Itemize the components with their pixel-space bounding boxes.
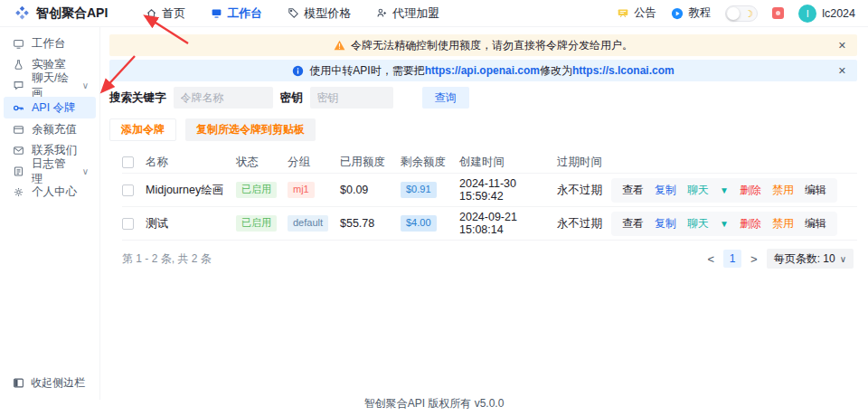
col-header-remaining: 剩余额度 [401,155,459,170]
search-button[interactable]: 查询 [422,87,469,109]
col-header-group: 分组 [288,155,340,170]
row-checkbox[interactable] [122,184,134,196]
info-banner: 使用中转API时，需要把https://api.openai.com修改为htt… [109,60,857,81]
brand-logo[interactable]: 智创聚合API [14,5,108,22]
nav-label-home: 首页 [162,5,185,22]
tutorial-button[interactable]: 教程 [671,5,711,21]
agent-icon [376,7,388,19]
sidebar-item-logs[interactable]: 日志管理 ∨ [4,162,96,181]
page-body: 工作台 实验室 聊天/绘画 ∨ API 令牌 余额充值 [0,27,868,400]
chat-dropdown-caret-icon[interactable]: ▼ [720,219,729,229]
tutorial-label: 教程 [688,5,711,21]
main-content: 令牌无法精确控制使用额度，请勿直接将令牌分发给用户。 ✕ 使用中转API时，需要… [100,27,868,400]
info-icon [292,65,304,77]
select-all-checkbox[interactable] [122,156,134,168]
sidebar-item-api-tokens[interactable]: API 令牌 [4,97,96,118]
sidebar-label: 工作台 [32,36,66,52]
keyword-input[interactable] [174,87,273,109]
info-text-middle: 修改为 [540,64,572,77]
wallet-icon [13,124,24,136]
remaining-badge: $4.00 [401,215,459,231]
close-icon[interactable]: ✕ [838,60,846,81]
info-text: 使用中转API时，需要把https://api.openai.com修改为htt… [309,63,674,79]
col-header-used: 已用额度 [340,155,401,170]
row-checkbox[interactable] [122,218,134,230]
chat-button[interactable]: 聊天 [687,216,709,232]
sidebar: 工作台 实验室 聊天/绘画 ∨ API 令牌 余额充值 [0,27,100,400]
nav-item-pricing[interactable]: 模型价格 [288,5,351,22]
user-menu[interactable]: l lc2024 [798,5,855,23]
toolbar: 添加令牌 复制所选令牌到剪贴板 [109,118,857,141]
tokens-table: 名称 状态 分组 已用额度 剩余额度 创建时间 过期时间 Midjourney绘… [109,152,857,241]
chat-button[interactable]: 聊天 [687,183,709,198]
footer-copyright: 智创聚合API 版权所有 v5.0.0 [0,396,868,411]
col-header-created: 创建时间 [459,155,557,170]
group-tag: mj1 [288,182,315,197]
red-packet-icon[interactable] [772,7,784,19]
info-text-prefix: 使用中转API时，需要把 [309,64,424,77]
table-row: 测试 已启用 default $55.78 $4.00 2024-09-21 1… [122,207,857,241]
copy-selected-tokens-button[interactable]: 复制所选令牌到剪贴板 [185,118,316,141]
next-page-button[interactable]: > [749,252,760,266]
close-icon[interactable]: ✕ [838,34,846,56]
created-time: 2024-11-30 15:59:42 [459,177,557,203]
page-number-button[interactable]: 1 [723,250,741,268]
filter-bar: 搜索关键字 密钥 查询 [109,87,857,109]
nav-label-agent: 代理加盟 [392,5,439,22]
delete-button[interactable]: 删除 [740,216,761,232]
announcement-icon [617,7,629,19]
edit-button[interactable]: 编辑 [805,183,826,198]
view-button[interactable]: 查看 [622,183,644,198]
sidebar-item-profile[interactable]: 个人中心 [4,183,96,202]
nav-item-home[interactable]: 首页 [146,5,185,22]
disable-button[interactable]: 禁用 [772,216,794,232]
delete-button[interactable]: 删除 [740,183,761,198]
nav-item-workbench[interactable]: 工作台 [211,5,262,22]
announcement-label: 公告 [634,5,656,21]
chat-dropdown-caret-icon[interactable]: ▼ [720,185,729,195]
add-token-button[interactable]: 添加令牌 [109,118,176,141]
top-header: 智创聚合API 首页 工作台 模型价格 代理加盟 [0,0,868,27]
edit-button[interactable]: 编辑 [805,216,826,232]
workbench-icon [211,7,222,19]
relay-url-link[interactable]: https://s.lconai.com [572,64,675,77]
collapse-icon [13,377,24,389]
sidebar-label: 个人中心 [32,184,77,200]
secret-input[interactable] [310,87,393,109]
pagination-summary: 第 1 - 2 条, 共 2 条 [122,251,212,267]
disable-button[interactable]: 禁用 [772,183,794,198]
sidebar-item-workbench[interactable]: 工作台 [4,34,96,53]
collapse-label: 收起侧边栏 [31,375,85,391]
avatar: l [798,5,816,23]
pagination-controls: < 1 > 每页条数: 10 ∨ [705,249,854,269]
theme-toggle[interactable]: ☽ [725,5,758,22]
prev-page-button[interactable]: < [705,252,716,266]
sidebar-item-chat-draw[interactable]: 聊天/绘画 ∨ [4,76,96,95]
mail-icon [13,145,24,156]
group-tag: default [288,215,328,231]
tag-icon [288,7,299,19]
page-size-select[interactable]: 每页条数: 10 ∨ [767,249,854,269]
group-badge: mj1 [288,182,340,197]
sidebar-item-recharge[interactable]: 余额充值 [4,120,96,139]
chat-icon [13,80,24,91]
brand-name: 智创聚合API [36,5,108,22]
copy-button[interactable]: 复制 [655,216,676,232]
top-nav: 首页 工作台 模型价格 代理加盟 [146,5,439,22]
header-utilities: 公告 教程 ☽ l lc2024 [617,5,855,23]
copy-button[interactable]: 复制 [655,183,676,198]
sidebar-label: 余额充值 [32,122,77,137]
monitor-icon [13,38,24,50]
flask-icon [13,59,24,71]
openai-url-link[interactable]: https://api.openai.com [425,64,540,77]
chevron-down-icon: ∨ [82,166,89,176]
toggle-knob [727,7,740,20]
view-button[interactable]: 查看 [622,216,644,232]
moon-icon: ☽ [744,7,753,20]
row-actions-cell: 查看 复制 聊天 ▼ 删除 禁用 编辑 [611,212,857,236]
announcement-button[interactable]: 公告 [617,5,656,21]
collapse-sidebar-button[interactable]: 收起侧边栏 [0,375,99,391]
nav-item-agent[interactable]: 代理加盟 [376,5,439,22]
nav-label-workbench: 工作台 [227,5,262,22]
token-name: 测试 [146,216,236,232]
